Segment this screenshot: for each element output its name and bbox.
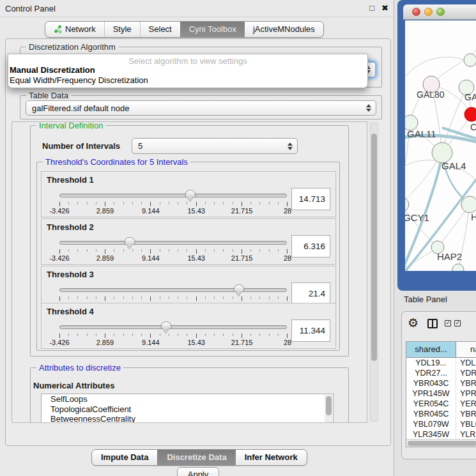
- tab-cyni-toolbox[interactable]: Cyni Toolbox: [180, 22, 245, 37]
- cell[interactable]: YDR2: [456, 368, 476, 378]
- threshold-slider[interactable]: [59, 191, 287, 201]
- apply-button[interactable]: Apply: [177, 467, 219, 476]
- cell[interactable]: YDR27...: [406, 368, 456, 378]
- cell[interactable]: YBR045C: [406, 409, 456, 419]
- threshold-value-field[interactable]: 6.316: [291, 235, 330, 257]
- table-row[interactable]: YDR27...YDR2: [406, 368, 476, 378]
- column-header-shared-name[interactable]: shared...: [406, 342, 456, 357]
- cell[interactable]: YBL079W: [406, 419, 456, 429]
- table-row[interactable]: YBR043CYBR0: [406, 378, 476, 388]
- cell[interactable]: YLR345W: [406, 429, 456, 440]
- threshold-value-field[interactable]: 21.4: [291, 282, 330, 305]
- mac-close-button[interactable]: [412, 8, 420, 16]
- cell[interactable]: YBR0: [456, 409, 476, 419]
- slider-track[interactable]: [59, 194, 287, 197]
- threshold-slider[interactable]: [59, 286, 287, 296]
- slider-thumb[interactable]: [161, 321, 172, 329]
- attributes-list-scrollbar[interactable]: [325, 395, 332, 423]
- columns-icon[interactable]: [427, 319, 438, 328]
- cell[interactable]: YDL19...: [406, 358, 456, 368]
- threshold-row: Threshold 2 -3.426 2.859 9.144 15.43 21.…: [41, 219, 336, 265]
- network-canvas[interactable]: GAL80 GA C GAL11 GAL4 GCY1 H HAP2: [405, 20, 476, 271]
- close-icon[interactable]: ✖: [381, 3, 388, 13]
- threshold-value-field[interactable]: 11.344: [291, 319, 330, 342]
- cell[interactable]: YBL0: [456, 419, 476, 429]
- cell[interactable]: YBR043C: [406, 378, 456, 388]
- slider-tick-labels: -3.426 2.859 9.144 15.43 21.715 28: [59, 207, 288, 215]
- tick-label: 9.144: [142, 339, 160, 346]
- table-row[interactable]: YBR045CYBR0: [406, 409, 476, 419]
- popup-option-manual-discretization[interactable]: Manual Discretization: [8, 65, 367, 75]
- node-label-c: C: [470, 122, 476, 132]
- gear-icon[interactable]: ⚙: [408, 316, 418, 330]
- slider-track[interactable]: [59, 325, 287, 329]
- tab-network[interactable]: Network: [45, 22, 104, 37]
- slider-ticks: [59, 249, 288, 254]
- table-row[interactable]: YBL079WYBL0: [406, 419, 476, 429]
- threshold-slider[interactable]: [59, 323, 287, 333]
- popup-hint-text: Select algorithm to view settings: [8, 54, 367, 65]
- threshold-label: Threshold 1: [47, 175, 94, 185]
- top-tab-bar: Network Style Select Cyni Toolbox jActiv…: [45, 21, 324, 38]
- popup-option-equal-width-frequency[interactable]: Equal Width/Frequency Discretization: [8, 75, 367, 86]
- column-header-name[interactable]: na: [456, 342, 476, 357]
- cell[interactable]: YBR0: [456, 378, 476, 388]
- cell[interactable]: YDL1: [456, 358, 476, 368]
- number-of-intervals-combo[interactable]: 5: [132, 138, 298, 154]
- settings-vertical-scrollbar[interactable]: [370, 123, 378, 422]
- checkbox-icon[interactable]: [454, 320, 461, 326]
- scrollbar-thumb[interactable]: [408, 441, 476, 446]
- interval-definition-group: Interval Definition Number of Intervals …: [30, 125, 349, 357]
- threshold-slider[interactable]: [59, 238, 287, 249]
- table-row[interactable]: YLR345WYLR3: [406, 429, 476, 440]
- network-view-window[interactable]: GAL80 GA C GAL11 GAL4 GCY1 H HAP2: [397, 0, 476, 291]
- table-row[interactable]: YER054CYER0: [406, 399, 476, 409]
- cell[interactable]: YPR1: [456, 388, 476, 399]
- tab-style[interactable]: Style: [104, 22, 140, 37]
- table-horizontal-scrollbar[interactable]: [406, 439, 476, 447]
- cell[interactable]: YPR145W: [406, 388, 456, 399]
- checkbox-icon[interactable]: [445, 320, 451, 326]
- threshold-row: Threshold 1 -3.426 2.859 9.144 15.43 21.…: [41, 171, 336, 217]
- scrollbar-thumb[interactable]: [371, 134, 377, 361]
- slider-thumb[interactable]: [185, 190, 196, 197]
- network-node-gcy1[interactable]: [405, 197, 409, 211]
- scrollbar-thumb[interactable]: [326, 396, 332, 415]
- mac-minimize-button[interactable]: [424, 8, 433, 16]
- table-row[interactable]: YDL19...YDL1: [406, 358, 476, 368]
- slider-thumb[interactable]: [234, 284, 245, 292]
- list-item[interactable]: SelfLoops: [42, 394, 333, 404]
- table-rows: YDL19...YDL1 YDR27...YDR2 YBR043CYBR0 YP…: [406, 358, 476, 440]
- number-of-intervals-label: Number of Intervals: [42, 141, 120, 151]
- bottom-tab-bar: Impute Data Discretize Data Infer Networ…: [91, 449, 307, 466]
- list-item[interactable]: TopologicalCoefficient: [42, 404, 333, 415]
- list-item[interactable]: BetweennessCentrality: [42, 414, 333, 423]
- tick-label: 28: [284, 207, 291, 215]
- numerical-attributes-list[interactable]: SelfLoops TopologicalCoefficient Between…: [41, 394, 334, 423]
- tab-discretize-data[interactable]: Discretize Data: [157, 450, 235, 465]
- tick-label: 2.859: [96, 254, 114, 262]
- tab-infer-network[interactable]: Infer Network: [236, 450, 307, 465]
- table-panel: ⚙ shared... na YDL19...YDL1 YDR27...YDR2…: [401, 311, 476, 459]
- network-node[interactable]: [452, 264, 464, 271]
- network-window-titlebar[interactable]: [403, 4, 476, 20]
- network-node[interactable]: [461, 196, 476, 213]
- algorithm-dropdown-popup: Select algorithm to view settings Manual…: [8, 54, 368, 88]
- threshold-value-field[interactable]: 14.713: [291, 188, 330, 210]
- float-window-icon[interactable]: □: [369, 3, 374, 13]
- table-row[interactable]: YPR145WYPR1: [406, 388, 476, 399]
- table-header-row: shared... na: [406, 342, 476, 358]
- tab-impute-data[interactable]: Impute Data: [92, 450, 157, 465]
- table-data-combo[interactable]: galFiltered.sif default node: [26, 100, 376, 116]
- slider-track[interactable]: [59, 241, 287, 245]
- network-node[interactable]: [464, 54, 476, 66]
- mac-zoom-button[interactable]: [436, 8, 445, 16]
- cell[interactable]: YER0: [456, 399, 476, 409]
- cell[interactable]: YLR3: [456, 429, 476, 440]
- slider-track[interactable]: [59, 288, 287, 292]
- tab-select[interactable]: Select: [140, 22, 180, 37]
- slider-thumb[interactable]: [125, 237, 135, 245]
- tab-jactivemnodules[interactable]: jActiveMNodules: [245, 22, 323, 37]
- network-node-selected-red[interactable]: [464, 107, 476, 121]
- cell[interactable]: YER054C: [406, 399, 456, 409]
